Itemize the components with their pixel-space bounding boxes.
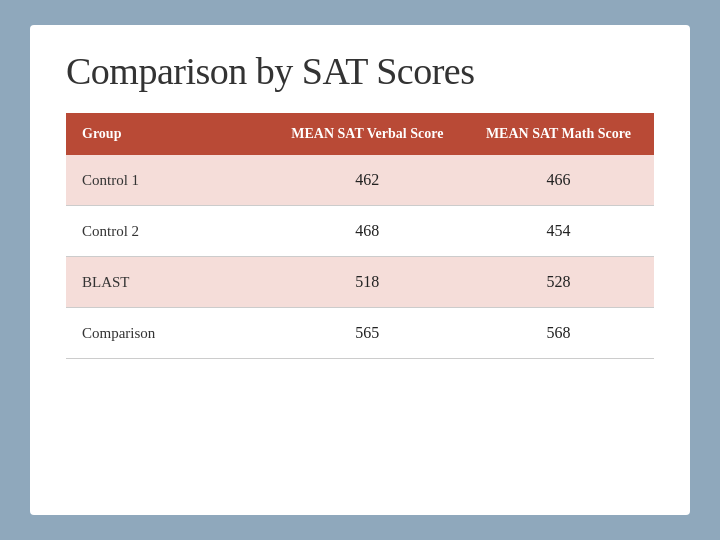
cell-math: 454 [463, 206, 654, 257]
cell-verbal: 462 [272, 155, 463, 206]
cell-verbal: 565 [272, 308, 463, 359]
header-group: Group [66, 113, 272, 155]
cell-math: 528 [463, 257, 654, 308]
header-math: MEAN SAT Math Score [463, 113, 654, 155]
slide: Comparison by SAT Scores Group MEAN SAT … [30, 25, 690, 515]
table-row: Comparison565568 [66, 308, 654, 359]
cell-group: Comparison [66, 308, 272, 359]
cell-math: 568 [463, 308, 654, 359]
table-row: BLAST518528 [66, 257, 654, 308]
cell-verbal: 518 [272, 257, 463, 308]
table-header-row: Group MEAN SAT Verbal Score MEAN SAT Mat… [66, 113, 654, 155]
comparison-table: Group MEAN SAT Verbal Score MEAN SAT Mat… [66, 113, 654, 359]
cell-group: Control 1 [66, 155, 272, 206]
page-title: Comparison by SAT Scores [66, 49, 654, 93]
header-verbal: MEAN SAT Verbal Score [272, 113, 463, 155]
table-row: Control 2468454 [66, 206, 654, 257]
table-row: Control 1462466 [66, 155, 654, 206]
cell-verbal: 468 [272, 206, 463, 257]
cell-group: Control 2 [66, 206, 272, 257]
cell-group: BLAST [66, 257, 272, 308]
cell-math: 466 [463, 155, 654, 206]
